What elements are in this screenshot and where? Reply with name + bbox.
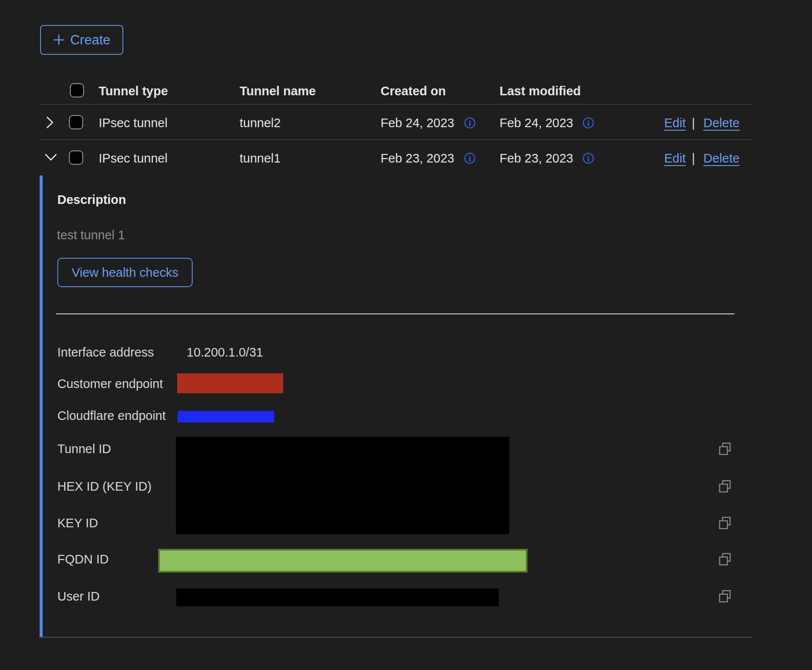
svg-text:i: i: [469, 154, 471, 163]
svg-text:i: i: [587, 119, 590, 128]
svg-text:i: i: [469, 119, 471, 128]
svg-text:i: i: [587, 154, 590, 163]
